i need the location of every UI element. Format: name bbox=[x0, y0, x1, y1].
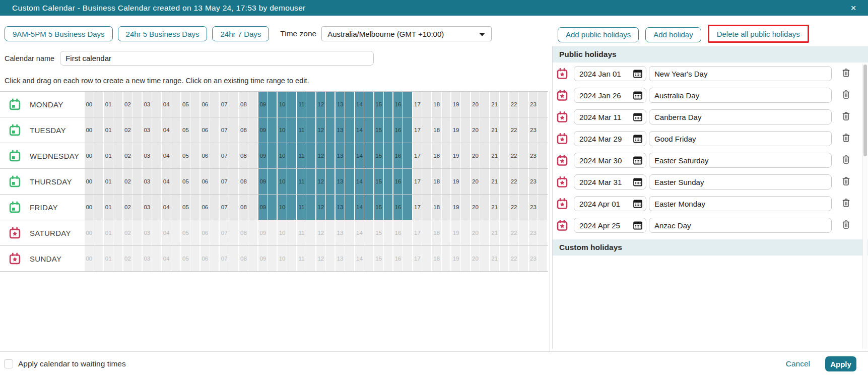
hour-cell-19[interactable]: 19 bbox=[451, 143, 471, 168]
hour-cell-09[interactable]: 09 bbox=[258, 143, 278, 168]
hour-cell-05[interactable]: 05 bbox=[181, 92, 201, 117]
hour-cell-05[interactable]: 05 bbox=[181, 169, 201, 194]
hour-cell-12[interactable]: 12 bbox=[316, 117, 336, 143]
hour-cell-20[interactable]: 20 bbox=[471, 117, 490, 143]
hour-cell-03[interactable]: 03 bbox=[143, 117, 162, 143]
date-picker-button[interactable] bbox=[633, 155, 643, 165]
hour-cell-04[interactable]: 04 bbox=[162, 195, 181, 220]
hour-cell-16[interactable]: 16 bbox=[393, 195, 413, 220]
hour-cell-15[interactable]: 15 bbox=[374, 92, 393, 117]
scrollbar-track[interactable] bbox=[862, 64, 867, 349]
hour-cell-22[interactable]: 22 bbox=[509, 117, 528, 143]
hour-cell-17[interactable]: 17 bbox=[413, 169, 432, 194]
hour-cell-10[interactable]: 10 bbox=[278, 117, 297, 143]
delete-holiday-button[interactable] bbox=[841, 176, 851, 188]
scrollbar-thumb[interactable] bbox=[863, 65, 867, 156]
hour-cell-08[interactable]: 08 bbox=[239, 117, 258, 143]
date-picker-button[interactable] bbox=[633, 69, 643, 79]
delete-holiday-button[interactable] bbox=[841, 154, 851, 166]
hour-cell-11[interactable]: 11 bbox=[297, 143, 316, 168]
hour-cell-16[interactable]: 16 bbox=[393, 169, 413, 194]
holiday-name-input[interactable] bbox=[649, 66, 832, 81]
hour-cell-22[interactable]: 22 bbox=[509, 92, 528, 117]
preset-9am-5pm-button[interactable]: 9AM-5PM 5 Business Days bbox=[5, 26, 113, 41]
holiday-name-input[interactable] bbox=[649, 109, 832, 124]
hour-cell-18[interactable]: 18 bbox=[432, 117, 451, 143]
hour-cell-16[interactable]: 16 bbox=[393, 92, 413, 117]
hour-cell-00[interactable]: 00 bbox=[85, 117, 104, 143]
hour-cell-07[interactable]: 07 bbox=[220, 195, 239, 220]
hour-cell-16[interactable]: 16 bbox=[393, 117, 413, 143]
hour-cell-02[interactable]: 02 bbox=[123, 92, 143, 117]
checkbox[interactable] bbox=[4, 359, 13, 368]
hour-cell-03[interactable]: 03 bbox=[143, 143, 162, 168]
hour-cell-19[interactable]: 19 bbox=[451, 195, 471, 220]
hour-cell-04[interactable]: 04 bbox=[162, 117, 181, 143]
calendar-name-input[interactable] bbox=[60, 51, 374, 66]
hour-cell-02[interactable]: 02 bbox=[123, 117, 143, 143]
hour-cell-22[interactable]: 22 bbox=[509, 195, 528, 220]
hour-cell-01[interactable]: 01 bbox=[104, 117, 123, 143]
hour-cell-11[interactable]: 11 bbox=[297, 195, 316, 220]
hour-cell-21[interactable]: 21 bbox=[490, 195, 509, 220]
date-picker-button[interactable] bbox=[633, 112, 643, 122]
hour-cell-09[interactable]: 09 bbox=[258, 92, 278, 117]
hour-cell-14[interactable]: 14 bbox=[355, 195, 374, 220]
hour-cell-00[interactable]: 00 bbox=[85, 92, 104, 117]
hour-cell-00[interactable]: 00 bbox=[85, 169, 104, 194]
hour-cell-18[interactable]: 18 bbox=[432, 169, 451, 194]
hour-cell-17[interactable]: 17 bbox=[413, 92, 432, 117]
hour-cell-23[interactable]: 23 bbox=[529, 92, 548, 117]
holiday-name-input[interactable] bbox=[649, 196, 832, 211]
hour-cell-05[interactable]: 05 bbox=[181, 195, 201, 220]
apply-button[interactable]: Apply bbox=[825, 356, 856, 371]
hour-cell-05[interactable]: 05 bbox=[181, 117, 201, 143]
hour-cell-20[interactable]: 20 bbox=[471, 195, 490, 220]
hour-cell-02[interactable]: 02 bbox=[123, 143, 143, 168]
hour-cell-12[interactable]: 12 bbox=[316, 143, 336, 168]
hour-cell-04[interactable]: 04 bbox=[162, 92, 181, 117]
hour-cell-06[interactable]: 06 bbox=[201, 92, 220, 117]
holiday-name-input[interactable] bbox=[649, 218, 832, 233]
hour-cell-09[interactable]: 09 bbox=[258, 169, 278, 194]
hour-cell-08[interactable]: 08 bbox=[239, 195, 258, 220]
holiday-name-input[interactable] bbox=[649, 153, 832, 168]
date-picker-button[interactable] bbox=[633, 177, 643, 187]
add-public-holidays-button[interactable]: Add public holidays bbox=[558, 27, 639, 42]
hour-cell-16[interactable]: 16 bbox=[393, 143, 413, 168]
hour-cell-21[interactable]: 21 bbox=[490, 117, 509, 143]
hour-cell-10[interactable]: 10 bbox=[278, 92, 297, 117]
hour-cell-07[interactable]: 07 bbox=[220, 143, 239, 168]
preset-24hr-5day-button[interactable]: 24hr 5 Business Days bbox=[118, 26, 208, 41]
apply-waiting-times-option[interactable]: Apply calendar to waiting times bbox=[4, 359, 126, 368]
date-picker-button[interactable] bbox=[633, 220, 643, 230]
delete-holiday-button[interactable] bbox=[841, 198, 851, 210]
hour-cell-17[interactable]: 17 bbox=[413, 143, 432, 168]
hour-cell-02[interactable]: 02 bbox=[123, 195, 143, 220]
hour-cell-08[interactable]: 08 bbox=[239, 92, 258, 117]
hour-cell-18[interactable]: 18 bbox=[432, 143, 451, 168]
hour-cell-23[interactable]: 23 bbox=[529, 169, 548, 194]
hour-cell-08[interactable]: 08 bbox=[239, 143, 258, 168]
hour-cell-02[interactable]: 02 bbox=[123, 169, 143, 194]
hour-cell-12[interactable]: 12 bbox=[316, 195, 336, 220]
hour-cell-13[interactable]: 13 bbox=[336, 117, 355, 143]
holiday-name-input[interactable] bbox=[649, 88, 832, 103]
hour-cell-04[interactable]: 04 bbox=[162, 143, 181, 168]
date-picker-button[interactable] bbox=[633, 90, 643, 100]
add-holiday-button[interactable]: Add holiday bbox=[645, 27, 701, 42]
hour-cell-06[interactable]: 06 bbox=[201, 117, 220, 143]
hour-cell-19[interactable]: 19 bbox=[451, 92, 471, 117]
hour-cell-14[interactable]: 14 bbox=[355, 92, 374, 117]
preset-24hr-7day-button[interactable]: 24hr 7 Days bbox=[212, 26, 269, 41]
hour-cell-00[interactable]: 00 bbox=[85, 195, 104, 220]
hour-cell-21[interactable]: 21 bbox=[490, 143, 509, 168]
hour-cell-01[interactable]: 01 bbox=[104, 143, 123, 168]
hour-cell-03[interactable]: 03 bbox=[143, 92, 162, 117]
hour-cell-01[interactable]: 01 bbox=[104, 169, 123, 194]
delete-holiday-button[interactable] bbox=[841, 111, 851, 123]
hour-cell-17[interactable]: 17 bbox=[413, 117, 432, 143]
hour-cell-09[interactable]: 09 bbox=[258, 117, 278, 143]
holiday-name-input[interactable] bbox=[649, 174, 832, 190]
hour-cell-14[interactable]: 14 bbox=[355, 143, 374, 168]
